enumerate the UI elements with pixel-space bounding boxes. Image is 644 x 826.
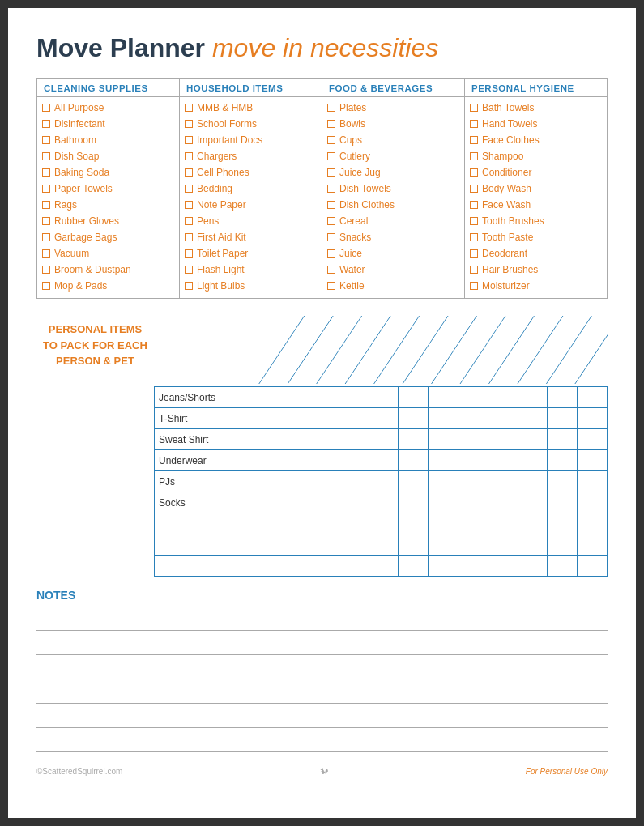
- personal-item-cell[interactable]: [249, 556, 279, 577]
- checklist-item[interactable]: Vacuum: [42, 246, 174, 261]
- checkbox-icon[interactable]: [42, 136, 50, 144]
- personal-item-cell[interactable]: [369, 408, 399, 429]
- personal-item-cell[interactable]: [399, 492, 429, 513]
- notes-line[interactable]: [36, 681, 608, 704]
- checkbox-icon[interactable]: [42, 217, 50, 225]
- checkbox-icon[interactable]: [327, 249, 335, 258]
- personal-item-cell[interactable]: [309, 534, 339, 556]
- checklist-item[interactable]: Note Paper: [185, 198, 317, 212]
- personal-item-cell[interactable]: [578, 408, 608, 429]
- notes-line[interactable]: [36, 608, 608, 631]
- checklist-item[interactable]: Broom & Dustpan: [42, 262, 174, 277]
- personal-item-cell[interactable]: [279, 534, 309, 556]
- personal-item-cell[interactable]: [548, 429, 578, 450]
- checkbox-icon[interactable]: [327, 152, 335, 160]
- personal-item-cell[interactable]: [309, 556, 339, 577]
- checklist-item[interactable]: Bedding: [185, 181, 317, 196]
- checkbox-icon[interactable]: [42, 266, 50, 274]
- personal-item-cell[interactable]: [458, 492, 488, 513]
- checklist-item[interactable]: Pens: [185, 214, 317, 228]
- checklist-item[interactable]: Baking Soda: [42, 165, 174, 180]
- personal-item-cell[interactable]: [578, 513, 608, 534]
- checkbox-icon[interactable]: [327, 233, 335, 241]
- notes-line[interactable]: [36, 657, 608, 679]
- checkbox-icon[interactable]: [42, 233, 50, 241]
- personal-item-cell[interactable]: [399, 471, 429, 492]
- checkbox-icon[interactable]: [42, 249, 50, 258]
- personal-item-cell[interactable]: [488, 429, 518, 450]
- personal-item-cell[interactable]: [369, 429, 399, 450]
- personal-item-cell[interactable]: [279, 513, 309, 534]
- personal-item-cell[interactable]: [458, 556, 488, 577]
- personal-item-cell[interactable]: [429, 513, 458, 534]
- checkbox-icon[interactable]: [470, 120, 478, 128]
- checklist-item[interactable]: Hair Brushes: [470, 262, 602, 277]
- checkbox-icon[interactable]: [185, 104, 193, 112]
- personal-item-cell[interactable]: [369, 387, 399, 408]
- checklist-item[interactable]: Cereal: [327, 214, 459, 228]
- personal-item-cell[interactable]: [488, 534, 518, 556]
- personal-item-cell[interactable]: [458, 450, 488, 471]
- checklist-item[interactable]: Rubber Gloves: [42, 214, 174, 228]
- checklist-item[interactable]: Disinfectant: [42, 117, 174, 131]
- checkbox-icon[interactable]: [185, 233, 193, 241]
- checklist-item[interactable]: Hand Towels: [470, 117, 602, 131]
- checkbox-icon[interactable]: [327, 104, 335, 112]
- personal-item-cell[interactable]: [309, 450, 339, 471]
- checklist-item[interactable]: Cutlery: [327, 149, 459, 164]
- personal-item-cell[interactable]: [369, 450, 399, 471]
- checklist-item[interactable]: Face Clothes: [470, 133, 602, 147]
- personal-item-cell[interactable]: [249, 534, 279, 556]
- personal-item-cell[interactable]: [518, 513, 548, 534]
- personal-item-cell[interactable]: [518, 429, 548, 450]
- checklist-item[interactable]: Plates: [327, 100, 459, 115]
- personal-item-cell[interactable]: [399, 450, 429, 471]
- checkbox-icon[interactable]: [327, 217, 335, 225]
- personal-item-cell[interactable]: [399, 408, 429, 429]
- checklist-item[interactable]: Kettle: [327, 279, 459, 293]
- personal-item-cell[interactable]: [279, 471, 309, 492]
- checkbox-icon[interactable]: [327, 282, 335, 290]
- checkbox-icon[interactable]: [185, 168, 193, 177]
- personal-item-cell[interactable]: [488, 556, 518, 577]
- checklist-item[interactable]: First Aid Kit: [185, 230, 317, 245]
- personal-item-cell[interactable]: [279, 387, 309, 408]
- personal-item-cell[interactable]: [548, 471, 578, 492]
- checklist-item[interactable]: Bathroom: [42, 133, 174, 147]
- checklist-item[interactable]: Conditioner: [470, 165, 602, 180]
- personal-item-cell[interactable]: [249, 471, 279, 492]
- personal-item-cell[interactable]: [578, 471, 608, 492]
- checklist-item[interactable]: Dish Soap: [42, 149, 174, 164]
- personal-item-cell[interactable]: [309, 429, 339, 450]
- personal-item-cell[interactable]: [279, 450, 309, 471]
- checkbox-icon[interactable]: [327, 168, 335, 177]
- personal-item-cell[interactable]: [429, 556, 458, 577]
- checkbox-icon[interactable]: [185, 249, 193, 258]
- personal-item-cell[interactable]: [339, 471, 369, 492]
- personal-item-cell[interactable]: [339, 534, 369, 556]
- personal-item-cell[interactable]: [399, 387, 429, 408]
- checklist-item[interactable]: Face Wash: [470, 198, 602, 212]
- personal-item-cell[interactable]: [249, 513, 279, 534]
- checkbox-icon[interactable]: [185, 185, 193, 193]
- personal-item-cell[interactable]: [399, 556, 429, 577]
- personal-item-cell[interactable]: [369, 556, 399, 577]
- personal-item-cell[interactable]: [339, 387, 369, 408]
- checklist-item[interactable]: Important Docs: [185, 133, 317, 147]
- personal-item-cell[interactable]: [548, 556, 578, 577]
- checkbox-icon[interactable]: [185, 152, 193, 160]
- personal-item-cell[interactable]: [369, 492, 399, 513]
- personal-item-cell[interactable]: [339, 556, 369, 577]
- checkbox-icon[interactable]: [470, 104, 478, 112]
- personal-item-cell[interactable]: [429, 492, 458, 513]
- checkbox-icon[interactable]: [42, 120, 50, 128]
- checkbox-icon[interactable]: [470, 249, 478, 258]
- personal-item-cell[interactable]: [309, 471, 339, 492]
- personal-item-cell[interactable]: [429, 408, 458, 429]
- personal-item-cell[interactable]: [309, 513, 339, 534]
- personal-item-cell[interactable]: [458, 471, 488, 492]
- personal-item-cell[interactable]: [578, 450, 608, 471]
- personal-item-cell[interactable]: [578, 492, 608, 513]
- checkbox-icon[interactable]: [470, 136, 478, 144]
- personal-item-cell[interactable]: [458, 387, 488, 408]
